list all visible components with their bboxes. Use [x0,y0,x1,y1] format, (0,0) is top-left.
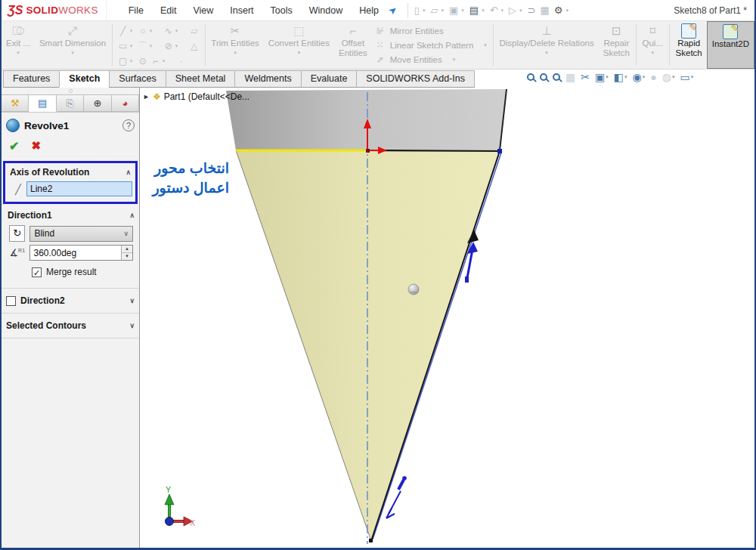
line-tool-icon[interactable]: ╱ [117,26,129,36]
ok-button[interactable]: ✔ [9,139,19,153]
spin-up-button[interactable]: ▲ [122,246,132,253]
hide-show-items-icon[interactable]: ◉▾ [632,71,645,83]
selected-contours-header[interactable]: Selected Contours ∨ [2,318,139,333]
dropdown-caret-icon[interactable]: ▾ [651,50,654,56]
arc-tool-icon[interactable]: ⌒ [137,40,149,53]
spline-tool-icon[interactable]: ∿ [163,26,175,36]
dropdown-caret-icon[interactable]: ▾ [442,8,445,14]
zoom-to-fit-icon[interactable] [527,73,534,81]
dropdown-caret-icon[interactable]: ▾ [175,43,181,49]
menu-item-view[interactable]: View [184,2,222,19]
chevron-up-icon[interactable]: ∧ [129,212,135,219]
tab-property-manager[interactable]: ▤ [29,94,56,112]
dropdown-caret-icon[interactable]: ▾ [150,28,156,34]
dropdown-caret-icon[interactable]: ▾ [672,74,675,80]
dropdown-caret-icon[interactable]: ▾ [484,42,487,48]
trim-entities-button[interactable]: ✂ Trim Entities ▾ [206,21,263,69]
tab-weldments[interactable]: Weldments [234,70,301,88]
plane-tool-icon[interactable]: ▱ [188,26,200,36]
dropdown-caret-icon[interactable]: ▾ [545,50,548,56]
select-icon[interactable]: ▷ [507,5,518,16]
dropdown-caret-icon[interactable]: ▾ [461,8,464,14]
options-gear-icon[interactable]: ⚙ [553,5,565,16]
dropdown-caret-icon[interactable]: ▾ [163,58,169,64]
chevron-down-icon[interactable]: ∨ [129,297,135,304]
rapid-sketch-button[interactable]: Rapid Sketch [671,21,707,69]
menu-item-edit[interactable]: Edit [152,2,185,19]
tab-features[interactable]: Features [3,70,60,88]
new-document-icon[interactable]: ▯ [413,5,421,16]
point-tool-icon[interactable]: ⊙ [137,56,149,66]
view-settings-icon[interactable]: ▭▾ [680,71,693,83]
move-entities-button[interactable]: ⇗ Move Entities ▾ [376,53,487,66]
menu-item-help[interactable]: Help [351,2,387,19]
instant2d-toggle[interactable]: Instant2D [707,21,754,69]
offset-entities-button[interactable]: ⌐ Offset Entities [334,21,372,69]
feature-tree-root[interactable]: Part1 (Default<<De... [164,91,249,102]
reverse-direction-button[interactable]: ↻ [9,225,25,242]
revolve-preview-canvas[interactable]: Y X [140,88,754,548]
repair-sketch-button[interactable]: ⊡ Repair Sketch [599,21,634,69]
tab-sketch[interactable]: Sketch [59,70,110,88]
dropdown-caret-icon[interactable]: ▾ [130,43,136,49]
save-icon[interactable]: ▣ [448,5,460,16]
cancel-button[interactable]: ✖ [31,139,41,153]
direction2-checkbox[interactable] [6,296,16,306]
dropdown-caret-icon[interactable]: ▾ [150,43,156,49]
rectangle-tool-icon[interactable]: ▭ [117,41,129,51]
convert-entities-button[interactable]: ⬚ Convert Entities ▾ [264,21,334,69]
menu-item-insert[interactable]: Insert [222,2,262,19]
dropdown-caret-icon[interactable]: ▾ [643,74,646,80]
pin-menu-icon[interactable]: ➤ [386,3,399,17]
task-list-icon[interactable]: ▦ [539,5,551,16]
dropdown-caret-icon[interactable]: ▾ [453,57,456,63]
circle-tool-icon[interactable]: ○ [137,26,149,36]
view-orientation-icon[interactable]: ▣▾ [595,71,609,83]
axis-section-header[interactable]: Axis of Revolution ∧ [8,165,132,179]
tab-configurations[interactable]: ⎘ [57,94,84,112]
attach-icon[interactable]: ⊃ [526,5,538,16]
menu-item-window[interactable]: Window [301,2,351,19]
exit-sketch-button[interactable]: ⎄ Exit ... ▾ [2,21,35,69]
display-delete-relations-button[interactable]: ⊥ Display/Delete Relations ▾ [494,21,598,69]
section-view-icon[interactable]: ✂ [581,71,590,83]
previous-view-icon[interactable] [553,73,560,81]
spin-down-button[interactable]: ▼ [122,253,132,260]
tab-appearances[interactable]: ◕ [112,94,139,112]
dropdown-caret-icon[interactable]: ▾ [130,28,136,34]
axis-selection-input[interactable] [26,181,132,196]
dot-tool-icon[interactable]: · [175,56,187,66]
tab-dimxpert[interactable]: ⊕ [84,94,111,112]
dropdown-caret-icon[interactable]: ▾ [624,74,627,80]
feature-tree-overlay[interactable]: ► ❖ Part1 (Default<<De... [143,91,249,102]
help-button[interactable]: ? [122,119,135,131]
dropdown-caret-icon[interactable]: ▾ [130,58,136,64]
direction1-header[interactable]: Direction1 ∧ [6,209,136,222]
dropdown-caret-icon[interactable]: ▾ [482,8,485,14]
dropdown-caret-icon[interactable]: ▾ [501,8,504,14]
dropdown-caret-icon[interactable]: ▾ [606,74,609,80]
menu-item-file[interactable]: File [120,2,152,19]
dropdown-caret-icon[interactable]: ▾ [691,74,694,80]
ellipse-tool-icon[interactable]: ⊘ [163,41,175,51]
tab-solidworks-add-ins[interactable]: SOLIDWORKS Add-Ins [356,70,475,88]
zoom-to-area-icon[interactable] [540,73,547,81]
angle-spinner[interactable]: 360.00deg ▲ ▼ [29,245,133,261]
merge-result-checkbox[interactable]: ✓ [32,267,42,277]
tab-feature-tree[interactable]: ⚒ [2,94,29,112]
direction2-header[interactable]: Direction2 ∨ [2,293,139,308]
smart-dimension-button[interactable]: ⤢ Smart Dimension ▾ [35,21,110,69]
dropdown-caret-icon[interactable]: ▾ [17,50,20,56]
quick-snaps-button[interactable]: ⌑ Qui... ▾ [638,21,668,69]
undo-icon[interactable]: ↶ [488,5,500,16]
open-icon[interactable]: ▱ [429,5,440,16]
tab-surfaces[interactable]: Surfaces [109,70,166,88]
fillet-tool-icon[interactable]: ⌐ [150,56,162,66]
chevron-up-icon[interactable]: ∧ [125,168,131,176]
print-icon[interactable]: ▤ [468,5,480,16]
menu-item-tools[interactable]: Tools [262,2,301,19]
dropdown-caret-icon[interactable]: ▾ [565,8,569,14]
chevron-down-icon[interactable]: ∨ [129,322,135,329]
text-tool-icon[interactable]: △ [188,41,200,51]
linear-sketch-pattern-button[interactable]: ⁙ Linear Sketch Pattern ▾ [376,39,487,52]
